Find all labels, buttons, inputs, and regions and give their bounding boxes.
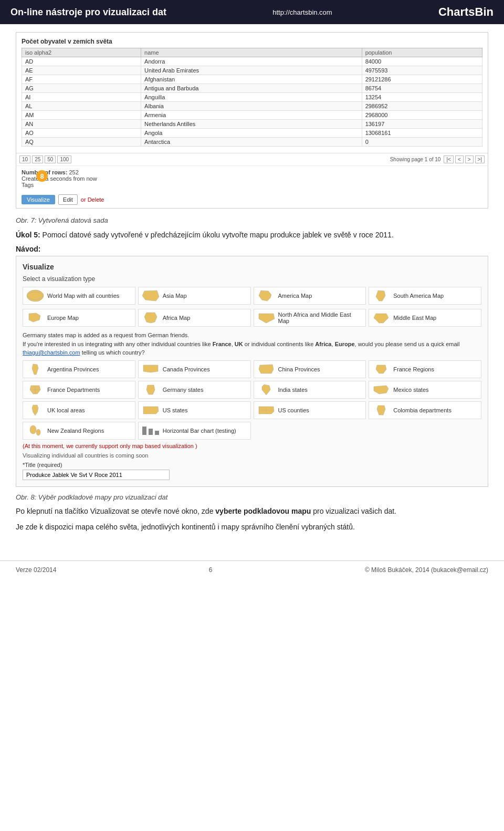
- last-page-btn[interactable]: >|: [475, 155, 485, 163]
- visualize-button[interactable]: Visualize: [22, 195, 55, 204]
- viz-item-africa[interactable]: Africa Map: [138, 309, 251, 327]
- world-map-icon: [26, 289, 45, 302]
- info-text1: (At this moment, we currently support: [23, 443, 118, 449]
- viz-item-germany[interactable]: Germany states: [138, 381, 251, 399]
- body-paragraph1: Po klepnutí na tlačítko Vizualizovat se …: [16, 505, 488, 517]
- table-cell: 13068161: [362, 129, 482, 138]
- prev-page-btn[interactable]: <: [455, 155, 464, 163]
- table-cell: 2986952: [362, 102, 482, 111]
- title-input[interactable]: [23, 470, 170, 480]
- table-cell: 29121286: [362, 75, 482, 84]
- viz-item-label: Colombia departments: [393, 407, 452, 413]
- info-highlight: only map based visualization: [120, 443, 194, 449]
- table-cell: Armenia: [141, 111, 362, 120]
- svg-marker-8: [32, 364, 38, 375]
- viz-item-label: US states: [163, 407, 188, 413]
- table-cell: AD: [22, 57, 141, 66]
- viz-item-southamerica[interactable]: South America Map: [369, 287, 481, 305]
- viz-item-middleeast[interactable]: Middle East Map: [369, 309, 481, 327]
- table-cell: Andorra: [141, 57, 362, 66]
- germany-map-icon: [141, 383, 160, 396]
- viz-item-label: Africa Map: [163, 315, 191, 321]
- middleeast-map-icon: [372, 311, 391, 324]
- table-cell: Antigua and Barbuda: [141, 84, 362, 93]
- body-bold: vyberte podkladovou mapu: [215, 507, 311, 515]
- table-cell: AF: [22, 75, 141, 84]
- viz-item-label: Asia Map: [163, 293, 187, 299]
- viz-section-label: Select a visualization type: [23, 275, 481, 283]
- per-page-options[interactable]: 102550100: [19, 155, 71, 163]
- table-cell: 13254: [362, 93, 482, 102]
- viz-item-canada[interactable]: Canada Provinces: [138, 360, 251, 378]
- next-page-btn[interactable]: >: [465, 155, 474, 163]
- viz-item-uk[interactable]: UK local areas: [23, 401, 135, 419]
- viz-item-mexico[interactable]: Mexico states: [369, 381, 481, 399]
- visualize-panel-title: Visualize: [23, 263, 481, 271]
- viz-item-america[interactable]: America Map: [254, 287, 366, 305]
- svg-marker-17: [374, 386, 388, 394]
- meta-tags-label: Tags: [22, 182, 34, 188]
- viz-item-world[interactable]: World Map with all countries: [23, 287, 135, 305]
- svg-marker-6: [259, 314, 275, 323]
- viz-item-label: Canada Provinces: [163, 366, 210, 372]
- panel-info-text2: Visualizing individual all countries is …: [23, 452, 481, 459]
- svg-rect-28: [155, 431, 159, 435]
- viz-item-uscounties[interactable]: US counties: [254, 401, 366, 419]
- page-nav[interactable]: |< < > >|: [444, 155, 485, 163]
- us-map-icon: [141, 404, 160, 417]
- per-page-option[interactable]: 25: [32, 155, 43, 163]
- viz-item-china[interactable]: China Provinces: [254, 360, 366, 378]
- svg-marker-9: [143, 365, 158, 372]
- viz-item-india[interactable]: India states: [254, 381, 366, 399]
- table-cell: Angola: [141, 129, 362, 138]
- first-page-btn[interactable]: |<: [444, 155, 453, 163]
- table-cell: AN: [22, 120, 141, 129]
- edit-button[interactable]: Edit: [58, 194, 78, 205]
- table-header-cell: population: [362, 48, 482, 57]
- table-row: AMArmenia2968000: [22, 111, 482, 120]
- viz-item-argentina[interactable]: Argentina Provinces: [23, 360, 135, 378]
- viz-item-newzealand[interactable]: New Zealand Regions: [23, 422, 135, 440]
- mexico-map-icon: [372, 383, 391, 396]
- per-page-option[interactable]: 100: [57, 155, 71, 163]
- body-paragraph2: Je zde k dispozici mapa celého světa, je…: [16, 521, 488, 533]
- viz-grid-row1: World Map with all countriesAsia MapAmer…: [23, 287, 481, 305]
- header-brand: ChartsBin: [438, 5, 494, 19]
- viz-item-asia[interactable]: Asia Map: [138, 287, 251, 305]
- svg-rect-27: [149, 429, 153, 435]
- viz-item-northafrica[interactable]: North Africa and Middle East Map: [254, 309, 366, 327]
- france-map-icon: [372, 363, 391, 376]
- table-row: AOAngola13068161: [22, 129, 482, 138]
- viz-item-europe[interactable]: Europe Map: [23, 309, 135, 327]
- svg-point-24: [30, 425, 36, 434]
- europe-map-icon: [26, 311, 45, 324]
- table-cell: AE: [22, 66, 141, 75]
- table-row: ANNetherlands Antilles136197: [22, 120, 482, 129]
- table-cell: Antarctica: [141, 138, 362, 147]
- viz-item-label: Germany states: [163, 387, 204, 393]
- table-row: ADAndorra84000: [22, 57, 482, 66]
- figure8-caption: Obr. 8: Výběr podkladové mapy pro vizual…: [16, 493, 488, 501]
- table-cell: AO: [22, 129, 141, 138]
- viz-item-colombia[interactable]: Colombia departments: [369, 401, 481, 419]
- viz-item-france2[interactable]: France Departments: [23, 381, 135, 399]
- table-cell: 86754: [362, 84, 482, 93]
- table-cell: AM: [22, 111, 141, 120]
- table-header-cell: iso alpha2: [22, 48, 141, 57]
- svg-marker-19: [143, 407, 159, 414]
- per-page-option[interactable]: 50: [45, 155, 56, 163]
- delete-link[interactable]: or Delete: [81, 196, 104, 203]
- svg-marker-18: [32, 405, 38, 416]
- viz-grid-row5: UK local areasUS statesUS countiesColomb…: [23, 401, 481, 419]
- viz-item-us[interactable]: US states: [138, 401, 251, 419]
- viz-item-barchart[interactable]: Horizontal Bar chart (testing): [138, 422, 251, 440]
- france2-map-icon: [26, 383, 45, 396]
- info-text2: ): [195, 443, 197, 449]
- per-page-option[interactable]: 10: [19, 155, 30, 163]
- table-row: AGAntigua and Barbuda86754: [22, 84, 482, 93]
- viz-item-label: India states: [278, 387, 308, 393]
- svg-marker-11: [376, 365, 386, 373]
- viz-item-label: South America Map: [393, 293, 444, 299]
- viz-item-label: Argentina Provinces: [47, 366, 99, 372]
- viz-item-france[interactable]: France Regions: [369, 360, 481, 378]
